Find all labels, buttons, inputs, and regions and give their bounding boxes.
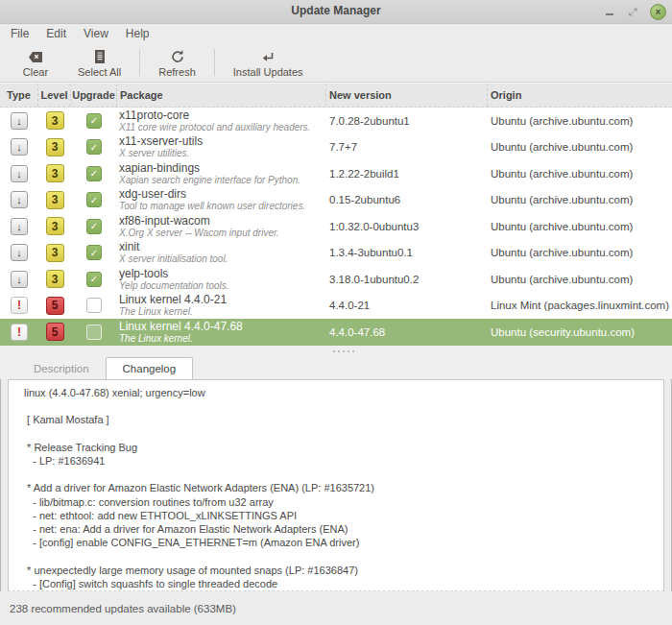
origin: Linux Mint (packages.linuxmint.com) (488, 293, 672, 320)
package-row[interactable]: !5Linux kernel 4.4.0-21The Linux kernel.… (0, 293, 672, 320)
status-text: 238 recommended updates available (633MB… (10, 603, 236, 614)
column-header-package[interactable]: Package (117, 84, 326, 107)
package-row[interactable]: !5Linux kernel 4.4.0-47.68The Linux kern… (0, 319, 672, 346)
package-description: Xapian search engine interface for Pytho… (119, 175, 300, 185)
package-name: Linux kernel 4.4.0-21 (119, 294, 227, 306)
tab-description[interactable]: Description (17, 358, 106, 379)
package-row[interactable]: ↓3✓xdg-user-dirsTool to manage well know… (0, 187, 672, 214)
maximize-button[interactable]: ⤢ (627, 6, 638, 17)
new-version: 1:0.32.0-0ubuntu3 (326, 213, 488, 240)
level-badge: 5 (46, 323, 64, 341)
maximize-icon: ⤢ (629, 6, 637, 17)
package-description: Tool to manage well known user directori… (119, 201, 305, 211)
table-header: TypeLevelUpgradePackageNew versionOrigin (0, 83, 672, 108)
download-icon: ↓ (11, 138, 28, 156)
package-row[interactable]: ↓3✓xapian-bindingsXapian search engine i… (0, 160, 672, 187)
package-description: X.Org X server -- Wacom input driver. (119, 228, 279, 238)
pane-splitter[interactable] (0, 346, 672, 356)
refresh-button[interactable]: Refresh (146, 47, 208, 79)
origin: Ubuntu (security.ubuntu.com) (488, 319, 672, 346)
level-badge: 3 (46, 270, 64, 288)
titlebar[interactable]: Update Manager ⤢ × (0, 0, 672, 24)
column-header-upgrade[interactable]: Upgrade (71, 84, 117, 107)
upgrade-checkbox[interactable]: ✓ (86, 219, 102, 234)
download-icon: ↓ (11, 191, 28, 208)
new-version: 4.4.0-47.68 (326, 319, 488, 346)
column-header-level[interactable]: Level (38, 84, 71, 107)
new-version: 4.4.0-21 (326, 293, 488, 320)
security-alert-icon: ! (11, 297, 28, 314)
toolbar: ClearSelect AllRefreshInstall Updates (0, 43, 672, 83)
toolbar-separator (139, 49, 140, 76)
upgrade-checkbox[interactable]: ✓ (86, 139, 102, 155)
package-row[interactable]: ↓3✓x11proto-coreX11 core wire protocol a… (0, 108, 672, 134)
upgrade-checkbox[interactable]: ✓ (86, 192, 102, 207)
package-row[interactable]: ↓3✓yelp-toolsYelp documentation tools.3.… (0, 266, 672, 293)
package-name: x11proto-core (119, 109, 189, 122)
upgrade-checkbox[interactable]: ✓ (86, 272, 102, 287)
package-name: x11-xserver-utils (119, 135, 203, 148)
new-version: 0.15-2ubuntu6 (326, 187, 488, 214)
download-icon: ↓ (11, 271, 28, 288)
package-name: xf86-input-wacom (119, 215, 210, 228)
package-description: X server initialisation tool. (119, 253, 228, 264)
download-icon: ↓ (11, 165, 28, 182)
menu-item-edit[interactable]: Edit (37, 25, 75, 42)
origin: Ubuntu (archive.ubuntu.com) (488, 240, 672, 267)
tab-changelog[interactable]: Changelog (106, 357, 194, 379)
window-title: Update Manager (0, 4, 672, 17)
origin: Ubuntu (archive.ubuntu.com) (488, 187, 672, 214)
column-header-new-version[interactable]: New version (326, 84, 488, 107)
new-version: 3.18.0-1ubuntu0.2 (326, 266, 488, 293)
package-list: ↓3✓x11proto-coreX11 core wire protocol a… (0, 108, 672, 346)
level-badge: 3 (46, 164, 64, 182)
package-name: xapian-bindings (119, 162, 200, 175)
minimize-button[interactable] (604, 6, 615, 17)
package-row[interactable]: ↓3✓xf86-input-wacomX.Org X server -- Wac… (0, 213, 672, 240)
menu-item-help[interactable]: Help (117, 25, 158, 42)
upgrade-checkbox[interactable]: ✓ (86, 113, 102, 129)
close-button[interactable]: × (650, 4, 666, 20)
new-version: 1.3.4-3ubuntu0.1 (326, 240, 488, 267)
upgrade-checkbox[interactable]: ✓ (86, 166, 102, 181)
origin: Ubuntu (archive.ubuntu.com) (488, 266, 672, 293)
clear-icon (28, 48, 43, 64)
upgrade-checkbox[interactable]: ✓ (86, 245, 102, 260)
package-row[interactable]: ↓3✓x11-xserver-utilsX server utilities.7… (0, 134, 672, 161)
column-header-origin[interactable]: Origin (488, 84, 672, 107)
package-row[interactable]: ↓3✓xinitX server initialisation tool.1.3… (0, 240, 672, 267)
new-version: 7.0.28-2ubuntu1 (326, 108, 488, 134)
menu-item-file[interactable]: File (2, 25, 37, 42)
origin: Ubuntu (archive.ubuntu.com) (488, 213, 672, 240)
origin: Ubuntu (archive.ubuntu.com) (488, 108, 672, 134)
upgrade-checkbox[interactable] (86, 325, 102, 340)
toolbar-separator (214, 49, 215, 76)
level-badge: 5 (46, 297, 64, 315)
package-name: yelp-tools (119, 268, 168, 280)
install-updates-button[interactable]: Install Updates (221, 47, 316, 79)
clear-button[interactable]: Clear (6, 47, 65, 79)
download-icon: ↓ (11, 244, 28, 261)
changelog-text: linux (4.4.0-47.68) xenial; urgency=low … (9, 380, 663, 591)
status-bar: 238 recommended updates available (633MB… (0, 591, 672, 625)
select-all-button[interactable]: Select All (65, 47, 133, 79)
column-header-type[interactable]: Type (0, 84, 38, 107)
menu-item-view[interactable]: View (75, 25, 117, 42)
package-description: The Linux kernel. (119, 333, 193, 344)
new-version: 1.2.22-2build1 (326, 160, 488, 187)
package-name: Linux kernel 4.4.0-47.68 (119, 321, 243, 333)
package-description: X server utilities. (119, 148, 189, 158)
upgrade-checkbox[interactable] (86, 298, 102, 313)
level-badge: 3 (46, 111, 64, 130)
origin: Ubuntu (archive.ubuntu.com) (488, 160, 672, 187)
package-name: xdg-user-dirs (119, 188, 186, 201)
security-alert-icon: ! (11, 324, 28, 341)
window-controls: ⤢ × (604, 0, 666, 23)
package-name: xinit (119, 241, 139, 253)
select-all-icon (92, 48, 108, 64)
changelog-panel[interactable]: linux (4.4.0-47.68) xenial; urgency=low … (8, 379, 664, 591)
install-updates-icon (260, 48, 276, 64)
refresh-icon (170, 48, 185, 64)
level-badge: 3 (46, 244, 64, 262)
menu-bar: FileEditViewHelp (0, 24, 672, 43)
